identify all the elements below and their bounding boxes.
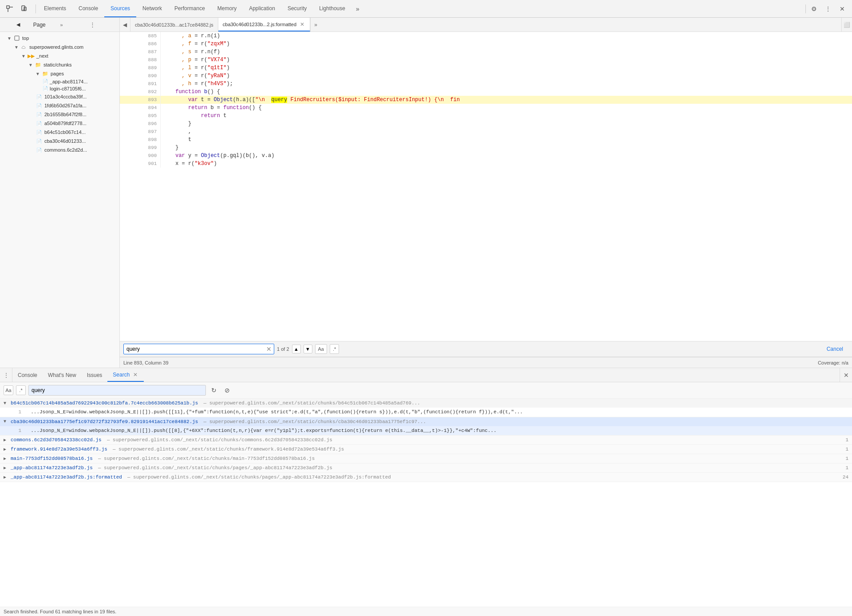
bottom-tab-search-close[interactable]: ✕ <box>132 372 138 378</box>
result-file-header-cba30[interactable]: ▼ cba30c46d01233baa1775ef1c97d272f32793f… <box>0 417 852 426</box>
line-number-885: 885 <box>120 32 161 40</box>
result-file-header-app-abc-formatted[interactable]: ▶ _app-abc81174a7223e3adf2b.js:formatted… <box>0 473 852 482</box>
editor-tab-2-close[interactable]: ✕ <box>299 21 305 27</box>
tab-lighthouse[interactable]: Lighthouse <box>313 0 351 17</box>
search-panel-clear-button[interactable]: ⊘ <box>222 385 233 396</box>
result-file-header-app-abc[interactable]: ▶ _app-abc81174a7223e3adf2b.js — superpo… <box>0 463 852 472</box>
bottom-panel-open-button[interactable]: ⋮ <box>0 368 12 382</box>
tab-security[interactable]: Security <box>281 0 313 17</box>
code-line-900: 900 var y = Object(p.gql)(b(), v.a) <box>120 152 852 160</box>
bottom-panel-close-button[interactable]: ✕ <box>840 368 852 382</box>
search-results[interactable]: ▼ b64c51cb067c14b485a5ad76922943c00c812b… <box>0 399 852 607</box>
result-file-header-b64c[interactable]: ▼ b64c51cb067c14b485a5ad76922943c00c812b… <box>0 399 852 408</box>
code-editor[interactable]: 885 , a = r.n(i) 886 , f = r("zqxM") 887… <box>120 32 852 341</box>
result-count-main: 1 <box>845 456 848 461</box>
bottom-tab-issues-label: Issues <box>87 372 103 378</box>
search-panel-input[interactable] <box>28 385 206 396</box>
result-line-cba30-1[interactable]: 1 ...Jsonp_N_E=window.webpackJsonp_N_E||… <box>0 426 852 436</box>
editor-tabs-more-button[interactable]: » <box>310 18 321 31</box>
bottom-tab-whatsnew[interactable]: What's New <box>43 368 82 382</box>
code-line-897: 897 , <box>120 128 852 136</box>
line-number-897: 897 <box>120 128 161 136</box>
device-toolbar-button[interactable] <box>18 3 30 15</box>
editor-tab-1-label: cba30c46d01233b...ac17ce84882.js <box>135 22 213 27</box>
result-line-b64c-1[interactable]: 1 ...Jsonp_N_E=window.webpackJsonp_N_E||… <box>0 408 852 417</box>
code-line-892: 892 function b() { <box>120 88 852 96</box>
tree-label-domain: superpowered.glints.com <box>29 44 83 50</box>
search-clear-button[interactable]: ✕ <box>265 345 272 353</box>
file-icon-commons: 📄 <box>36 146 43 153</box>
bottom-tab-issues[interactable]: Issues <box>82 368 108 382</box>
settings-button[interactable]: ⚙ <box>808 3 820 15</box>
editor-search-bar: ✕ 1 of 2 ▲ ▼ Aa .* Cancel <box>120 341 852 357</box>
line-number-894: 894 <box>120 104 161 112</box>
tree-item-top[interactable]: ▼ top <box>0 34 119 43</box>
search-panel-regex-button[interactable]: .* <box>16 385 26 395</box>
inspect-element-button[interactable] <box>4 3 16 15</box>
editor-expand-button[interactable]: ⬜ <box>841 18 852 31</box>
search-panel-match-case-button[interactable]: Aa <box>4 385 13 395</box>
tab-network[interactable]: Network <box>136 0 168 17</box>
tree-item-cba30[interactable]: 📄 cba30c46d01233... <box>0 137 119 145</box>
match-case-button[interactable]: Aa <box>315 344 327 354</box>
content-area: ◀ Page » ⋮ ▼ top ▼ <box>0 18 852 368</box>
search-next-button[interactable]: ▼ <box>304 345 312 353</box>
more-options-button[interactable]: ⋮ <box>822 3 834 15</box>
result-filename-cba30: cba30c46d01233baa1775ef1c97d272f32793fe9… <box>11 419 198 424</box>
editor-tab-prev-button[interactable]: ◀ <box>120 18 130 31</box>
result-arrow-main: ▶ <box>4 456 9 461</box>
frame-icon <box>13 35 20 42</box>
tab-application[interactable]: Application <box>243 0 281 17</box>
sidebar-dots-button[interactable]: ⋮ <box>90 21 116 28</box>
close-devtools-button[interactable]: ✕ <box>836 3 848 15</box>
result-file-header-commons[interactable]: ▶ commons.6c2d3d705842338cc02d.js — supe… <box>0 436 852 444</box>
bottom-tab-console[interactable]: Console <box>12 368 43 382</box>
search-prev-button[interactable]: ▲ <box>292 345 301 353</box>
tree-item-next[interactable]: ▼ ▶▶ _next <box>0 51 119 60</box>
tree-item-2b16[interactable]: 📄 2b16558b647f2f8... <box>0 110 119 119</box>
editor-tab-2-label: cba30c46d01233b...2.js:formatted <box>223 22 296 27</box>
tree-item-101a[interactable]: 📄 101a3c4cccba39f... <box>0 92 119 101</box>
result-url-cba30: — superpowered.glints.com/_next/static/c… <box>203 419 426 424</box>
search-count: 1 of 2 <box>277 346 289 352</box>
code-line-888: 888 , p = r("VX74") <box>120 56 852 64</box>
tree-item-app-abc[interactable]: 📄 _app-abc81174... <box>0 78 119 85</box>
more-tabs-button[interactable]: » <box>351 3 364 15</box>
code-line-893: 893 var t = Object(h.a)(["\n query FindR… <box>120 96 852 104</box>
line-content-896: } <box>161 120 852 128</box>
editor-tab-1[interactable]: cba30c46d01233b...ac17ce84882.js <box>130 18 218 31</box>
cloud-icon <box>20 43 28 51</box>
line-content-885: , a = r.n(i) <box>161 32 852 40</box>
tab-console[interactable]: Console <box>72 0 104 17</box>
tab-performance[interactable]: Performance <box>168 0 211 17</box>
tree-item-commons[interactable]: 📄 commons.6c2d2d... <box>0 145 119 154</box>
tree-label-commons: commons.6c2d2d... <box>44 147 87 153</box>
tree-item-static-chunks[interactable]: ▼ 📁 static/chunks <box>0 60 119 69</box>
result-lines-cba30: 1 ...Jsonp_N_E=window.webpackJsonp_N_E||… <box>0 426 852 436</box>
result-filename-framework: framework.914e8d72a39e534a6ff3.js <box>11 447 107 452</box>
editor-status-bar: Line 893, Column 39 Coverage: n/a <box>120 357 852 368</box>
line-content-887: , s = r.n(f) <box>161 48 852 56</box>
tree-item-pages[interactable]: ▼ 📁 pages <box>0 69 119 78</box>
search-panel-refresh-button[interactable]: ↻ <box>209 385 219 396</box>
result-file-header-framework[interactable]: ▶ framework.914e8d72a39e534a6ff3.js — su… <box>0 445 852 454</box>
result-count-framework: 1 <box>845 447 848 452</box>
result-filename-app-abc-formatted: _app-abc81174a7223e3adf2b.js:formatted <box>11 475 122 480</box>
bottom-tab-search[interactable]: Search ✕ <box>107 368 144 382</box>
sidebar-prev-button[interactable]: ◀ <box>5 19 32 31</box>
code-line-890: 890 , v = r("yRaN") <box>120 72 852 80</box>
sidebar-more-button[interactable]: » <box>60 22 87 27</box>
tree-item-login[interactable]: 📄 login-c87105f6... <box>0 85 119 92</box>
editor-search-input[interactable] <box>123 344 274 354</box>
tree-item-b64c[interactable]: 📄 b64c51cb067c14... <box>0 128 119 137</box>
tab-elements[interactable]: Elements <box>38 0 72 17</box>
tree-item-a504[interactable]: 📄 a504b879fdf2778... <box>0 119 119 128</box>
result-file-header-main[interactable]: ▶ main-7753df152dd08578ba16.js — superpo… <box>0 454 852 463</box>
tree-item-1fd6[interactable]: 📄 1fd6b50d267a1fa... <box>0 101 119 110</box>
search-cancel-button[interactable]: Cancel <box>821 344 848 354</box>
tab-sources[interactable]: Sources <box>104 0 136 17</box>
editor-tab-2[interactable]: cba30c46d01233b...2.js:formatted ✕ <box>218 18 310 31</box>
tab-memory[interactable]: Memory <box>211 0 243 17</box>
regex-button[interactable]: .* <box>330 344 339 354</box>
tree-item-domain[interactable]: ▼ superpowered.glints.com <box>0 43 119 51</box>
